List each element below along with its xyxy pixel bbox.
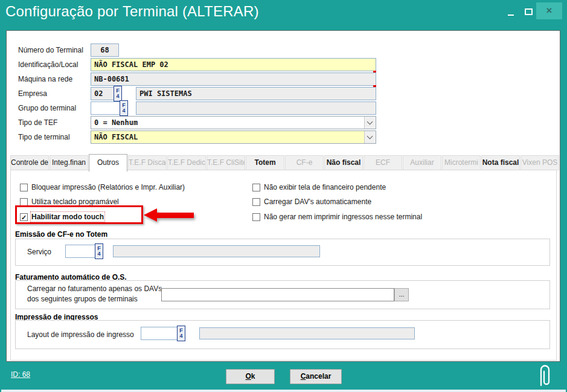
minimize-button[interactable]	[504, 2, 519, 19]
tab-page-outros: Bloquear impressão (Relatórios e Impr. A…	[10, 170, 557, 361]
empresa-label: Empresa	[18, 87, 47, 100]
empresa-f4-lookup-button[interactable]: F4	[114, 86, 122, 101]
checkbox-carregar-davs[interactable]: Carregar DAV's automaticamente	[252, 197, 371, 207]
tipo-terminal-select[interactable]: NÃO FISCAL	[91, 130, 376, 144]
dialog-body: Número do Terminal Identificação/Local M…	[6, 30, 560, 362]
window-title: Configuração por Terminal (ALTERAR)	[5, 3, 259, 20]
ok-button[interactable]: Ok	[226, 369, 275, 384]
layout-code-field[interactable]	[141, 327, 179, 340]
tipo-tef-label: Tipo de TEF	[18, 116, 57, 129]
tab-microterminal: Microtermi	[442, 155, 481, 170]
tipo-terminal-label: Tipo de terminal	[18, 130, 70, 144]
title-bar: Configuração por Terminal (ALTERAR) ✕	[0, 0, 567, 23]
dialog-footer: ID: 68 Ok Cancelar	[0, 362, 567, 392]
annotation-arrow-icon	[144, 208, 195, 222]
window-bottom-edge	[1, 390, 566, 392]
tab-integ-finan[interactable]: Integ.finan	[50, 155, 88, 170]
servico-f4-lookup-button[interactable]: F4	[95, 243, 103, 259]
chevron-down-icon	[367, 133, 373, 140]
checkbox-unchecked-icon[interactable]	[20, 198, 28, 206]
servico-code-field[interactable]	[65, 245, 97, 258]
id-link[interactable]: ID: 68	[11, 370, 30, 379]
tab-strip: Controle de Integ.finan Outros T.E.F Dis…	[10, 154, 558, 172]
servico-label: Serviço	[27, 245, 51, 259]
faturamento-label-line2: dos seguintes grupos de terminais	[27, 294, 138, 304]
tab-tef-clisitef: T.E.F CliSite	[207, 155, 245, 170]
identificacao-field[interactable]: NÃO FISCAL EMP 02	[91, 58, 376, 71]
tab-ecf: ECF	[364, 155, 402, 170]
layout-f4-lookup-button[interactable]: F4	[177, 326, 185, 341]
annotation-highlight-rectangle	[15, 205, 143, 224]
identificacao-label: Identificação/Local	[18, 58, 78, 71]
minimize-icon	[508, 14, 514, 16]
group-title-emissao-cfe: Emissão de CF-e no Totem	[15, 230, 107, 239]
tab-nao-fiscal[interactable]: Não fiscal	[324, 155, 363, 170]
numero-terminal-label: Número do Terminal	[18, 43, 83, 57]
close-button[interactable]: ✕	[536, 2, 562, 19]
empresa-name-field: PWI SISTEMAS	[136, 87, 376, 100]
cancel-button[interactable]: Cancelar	[290, 369, 342, 384]
tipo-terminal-dropdown-button[interactable]	[364, 131, 376, 143]
tab-totem[interactable]: Totem	[246, 155, 284, 170]
tab-tef-dedicado: T.E.F Dedic	[167, 155, 206, 170]
faturamento-label-line1: Carregar no faturamento apenas os DAVs	[27, 284, 162, 294]
chevron-down-icon	[367, 119, 373, 125]
grupos-terminais-field[interactable]	[161, 288, 394, 301]
checkbox-unchecked-icon[interactable]	[252, 184, 260, 191]
checkbox-unchecked-icon[interactable]	[20, 184, 28, 191]
browse-button[interactable]: ...	[394, 288, 409, 301]
close-icon: ✕	[546, 6, 553, 15]
servico-name-field	[113, 245, 320, 257]
maquina-label: Máquina na rede	[18, 72, 72, 86]
dialog-configuracao-terminal: Configuração por Terminal (ALTERAR) ✕ Nú…	[0, 0, 567, 392]
checkbox-bloquear-impressao[interactable]: Bloquear impressão (Relatórios e Impr. A…	[20, 182, 185, 192]
tipo-tef-select[interactable]: 0 = Nenhum	[91, 116, 376, 129]
grupo-terminal-label: Grupo do terminal	[18, 101, 76, 115]
checkbox-nao-gerar-ingressos[interactable]: Não gerar nem imprimir ingressos nesse t…	[252, 212, 422, 222]
grupo-name-field	[136, 101, 376, 115]
tab-nota-fiscal[interactable]: Nota fiscal	[481, 155, 520, 170]
paperclip-icon[interactable]	[538, 364, 553, 389]
tab-vixen-pos: Vixen POS	[521, 155, 559, 170]
tab-auxiliar: Auxiliar	[403, 155, 441, 170]
grupo-f4-lookup-button[interactable]: F4	[120, 100, 128, 116]
tab-tef-discada: T.E.F Discad	[128, 155, 167, 170]
tab-controle[interactable]: Controle de	[10, 155, 49, 170]
checkbox-unchecked-icon[interactable]	[252, 213, 260, 221]
maximize-button[interactable]	[521, 2, 536, 19]
layout-name-field	[199, 327, 415, 339]
tipo-tef-dropdown-button[interactable]	[364, 117, 376, 129]
checkbox-nao-exibir-financeiro[interactable]: Não exibir tela de financeiro pendente	[252, 182, 386, 192]
tab-outros[interactable]: Outros	[89, 154, 127, 172]
numero-terminal-field[interactable]: 68	[91, 43, 119, 57]
maquina-field[interactable]: NB-00681	[91, 72, 376, 86]
layout-ingresso-label: Layout de impressão de ingresso	[27, 328, 134, 341]
checkbox-unchecked-icon[interactable]	[252, 198, 260, 206]
maximize-icon	[525, 8, 533, 15]
tab-cfe: CF-e	[285, 155, 324, 170]
